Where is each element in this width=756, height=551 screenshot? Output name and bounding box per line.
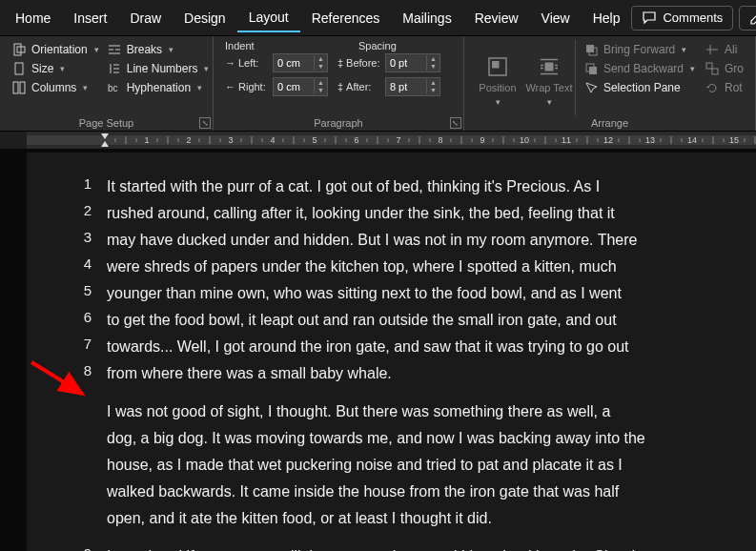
text-line[interactable]: open, and it ate the kitten food, or at … [78,507,727,530]
rotate-button[interactable]: Rot [705,80,744,95]
svg-text:11: 11 [562,135,571,145]
line-number: 4 [78,255,107,278]
page[interactable]: 1It started with the purr of a cat. I go… [27,153,756,551]
comments-button[interactable]: Comments [631,6,733,31]
svg-text:3: 3 [228,135,233,145]
text-line[interactable]: dog, a big dog. It was moving towards me… [78,427,727,450]
line-text[interactable]: It started with the purr of a cat. I got… [107,175,727,198]
text-line[interactable]: house, as I made that wet puckering nois… [78,454,727,477]
text-line[interactable]: 8from where there was a small baby whale… [78,362,727,385]
svg-rect-14 [712,69,718,74]
menu-references[interactable]: References [300,5,392,31]
text-line[interactable]: 9I wondered if my cat was still there so… [78,545,727,551]
menu-mailings[interactable]: Mailings [391,5,462,31]
line-number [78,480,107,503]
bring-forward-icon [583,42,599,57]
indent-right-input[interactable]: ▲▼ [273,77,328,96]
menu-design[interactable]: Design [173,5,237,31]
line-text[interactable]: rushed around, calling after it, looking… [107,202,727,225]
wrap-text-button[interactable]: Wrap Text▾ [523,40,575,115]
indent-left-input[interactable]: ▲▼ [273,53,328,72]
position-button[interactable]: Position▾ [472,40,523,115]
line-text[interactable]: house, as I made that wet puckering nois… [107,454,727,477]
text-line[interactable]: 3may have ducked under and hidden. But I… [78,229,727,252]
text-line[interactable]: 2rushed around, calling after it, lookin… [78,202,727,225]
text-line[interactable]: 4were shreds of papers under the kitchen… [78,255,727,278]
spacing-before-label: ‡Before: [337,57,381,69]
line-text[interactable]: towards... Well, I got around the iron g… [107,336,727,358]
menu-bar: HomeInsertDrawDesignLayoutReferencesMail… [0,0,756,36]
text-line[interactable]: I was not good of sight, I thought. But … [78,400,727,423]
svg-rect-11 [589,67,597,74]
wrap-text-icon [538,55,561,78]
document-area[interactable]: 1It started with the purr of a cat. I go… [0,149,756,551]
line-number: 2 [78,202,107,225]
line-text[interactable]: open, and it ate the kitten food, or at … [107,507,727,530]
line-text[interactable]: younger than mine own, who was sitting n… [107,282,727,305]
text-line[interactable]: 1It started with the purr of a cat. I go… [78,175,727,198]
text-line[interactable]: 6to get the food bowl, it leapt out and … [78,309,727,332]
menu-draw[interactable]: Draw [118,5,173,31]
text-line[interactable]: 5younger than mine own, who was sitting … [78,282,727,305]
line-text[interactable]: may have ducked under and hidden. But I … [107,229,727,252]
line-text[interactable]: I was not good of sight, I thought. But … [107,400,727,423]
indent-right-label: ←Right: [225,81,269,92]
menu-view[interactable]: View [530,5,582,31]
line-number: 3 [78,229,107,252]
group-page-setup: Orientation▾ Size▾ Columns▾ Breaks▾ [0,36,214,131]
orientation-button[interactable]: Orientation▾ [11,42,99,57]
line-number [78,507,107,530]
hyphenation-button[interactable]: bc Hyphenation▾ [107,80,210,95]
line-text[interactable]: from where there was a small baby whale. [107,362,727,385]
menu-help[interactable]: Help [582,5,632,31]
svg-text:2: 2 [186,135,191,145]
svg-text:6: 6 [354,135,358,145]
svg-rect-13 [706,63,712,69]
columns-button[interactable]: Columns▾ [11,80,99,95]
selection-pane-button[interactable]: Selection Pane [583,80,695,95]
position-icon [486,55,509,78]
svg-text:15: 15 [729,135,739,145]
send-backward-button[interactable]: Send Backward▾ [583,61,695,76]
line-number [78,454,107,477]
svg-rect-3 [13,82,18,93]
pencil-icon [749,10,756,26]
svg-text:7: 7 [396,135,400,145]
text-line[interactable]: 7towards... Well, I got around the iron … [78,336,727,358]
bring-forward-button[interactable]: Bring Forward▾ [583,42,695,57]
menu-review[interactable]: Review [463,5,530,31]
line-text[interactable]: I wondered if my cat was still there som… [107,545,727,551]
menu-home[interactable]: Home [4,5,62,31]
breaks-button[interactable]: Breaks▾ [107,42,210,57]
line-text[interactable]: were shreds of papers under the kitchen … [107,255,727,278]
line-numbers-button[interactable]: Line Numbers▾ [107,61,210,76]
group-button[interactable]: Gro [705,61,744,76]
size-button[interactable]: Size▾ [11,61,99,76]
spacing-after-label: ‡After: [337,81,381,92]
svg-text:10: 10 [520,135,529,145]
ruler[interactable]: 12345678910111213141516 [27,132,756,149]
menu-layout[interactable]: Layout [237,4,300,32]
line-text[interactable]: dog, a big dog. It was moving towards me… [107,427,727,450]
svg-text:14: 14 [687,135,697,145]
spacing-after-input[interactable]: ▲▼ [385,77,440,96]
group-paragraph: Indent Spacing →Left: ▲▼ ‡Before: ▲▼ ←Ri… [214,36,464,131]
line-text[interactable]: walked backwards. It came inside the hou… [107,480,727,503]
menu-insert[interactable]: Insert [62,5,118,31]
size-icon [11,61,27,76]
svg-text:13: 13 [645,135,655,145]
svg-text:5: 5 [312,135,317,145]
paragraph-launcher[interactable]: ⤡ [450,117,461,129]
page-setup-launcher[interactable]: ⤡ [199,117,211,129]
spacing-before-input[interactable]: ▲▼ [385,53,440,72]
svg-text:12: 12 [603,135,613,145]
align-button[interactable]: Ali [705,42,744,57]
paragraph-label: Paragraph [221,115,456,129]
line-number [78,427,107,450]
line-text[interactable]: to get the food bowl, it leapt out and r… [107,309,727,332]
editing-button[interactable]: Editing ▾ [739,6,756,31]
group-icon [705,61,720,76]
text-line[interactable]: walked backwards. It came inside the hou… [78,480,727,503]
svg-rect-8 [544,62,553,71]
columns-icon [11,80,27,95]
